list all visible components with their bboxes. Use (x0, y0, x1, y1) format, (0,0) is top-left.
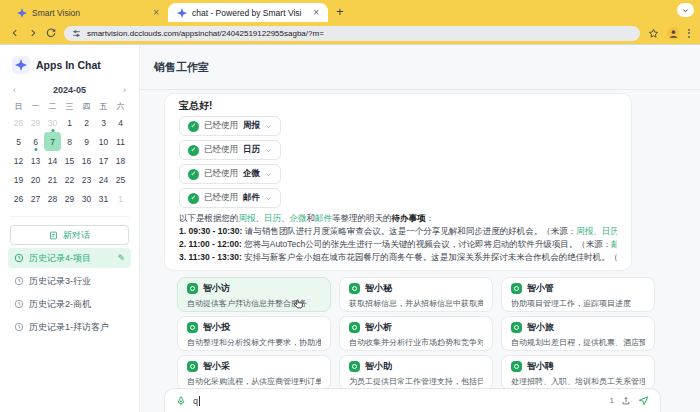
new-chat-label: 新对话 (63, 229, 90, 242)
calendar-day-cell[interactable]: 9 (78, 132, 95, 151)
tab-close-icon[interactable]: × (313, 8, 319, 18)
calendar-day-cell[interactable]: 1 (61, 113, 78, 132)
clock-icon (14, 299, 24, 309)
agent-card[interactable]: 智小析自动收集并分析行业市场趋势和竞争对手信息 (339, 316, 493, 351)
agent-card[interactable]: 智小投自动整理和分析投标文件要求，协助准备投标… (177, 316, 331, 351)
tool-used-pill[interactable]: ✓已经使用邮件 (179, 188, 281, 208)
calendar-day-cell[interactable]: 25 (112, 170, 129, 189)
calendar-day-cell[interactable]: 28 (44, 189, 61, 208)
calendar-day-cell[interactable]: 19 (10, 170, 27, 189)
history-item[interactable]: 历史记录2-商机 (8, 294, 131, 314)
agent-card[interactable]: 智小旅自动规划出差日程，提供机票、酒店预订 (501, 316, 655, 351)
calendar-day-cell[interactable]: 17 (95, 151, 112, 170)
calendar-day-cell[interactable]: 7 (44, 132, 61, 151)
address-bar[interactable]: smartvision.dcclouds.com/appsinchat/2404… (64, 26, 640, 41)
calendar-day-cell[interactable]: 15 (61, 151, 78, 170)
microphone-icon[interactable] (176, 396, 186, 406)
upload-icon[interactable] (621, 396, 631, 406)
agent-badge-icon (349, 283, 360, 294)
history-item[interactable]: 历史记录1-拜访客户 (8, 317, 131, 337)
tab-close-icon[interactable]: × (153, 8, 159, 18)
calendar-day-cell[interactable]: 11 (112, 132, 129, 151)
pill-tool-name: 邮件 (243, 192, 260, 204)
forward-icon[interactable] (28, 28, 38, 38)
profile-avatar[interactable] (667, 27, 680, 40)
agent-name: 智小采 (203, 360, 230, 373)
history-item[interactable]: 历史记录3-行业 (8, 271, 131, 291)
calendar-day-cell[interactable]: 23 (78, 170, 95, 189)
calendar-day-cell[interactable]: 29 (27, 113, 44, 132)
back-icon[interactable] (10, 28, 20, 38)
url-text: smartvision.dcclouds.com/appsinchat/2404… (87, 29, 324, 38)
check-circle-icon: ✓ (188, 145, 199, 156)
calendar-day-cell[interactable]: 20 (27, 170, 44, 189)
calendar-day-headers: 日一二三四五六 (10, 99, 129, 113)
calendar-day-cell[interactable]: 8 (61, 132, 78, 151)
agent-badge-icon (349, 361, 360, 372)
calendar-day-cell[interactable]: 28 (10, 113, 27, 132)
star-bookmark-icon[interactable] (648, 28, 659, 39)
chevron-down-icon (265, 171, 272, 178)
browser-tab-chat[interactable]: chat - Powered by Smart Visi × (168, 3, 328, 22)
new-chat-button[interactable]: 新对话 (10, 225, 129, 245)
agent-name: 智小析 (365, 321, 392, 334)
agent-name: 智小秘 (365, 282, 392, 295)
calendar-day-cell[interactable]: 18 (112, 151, 129, 170)
calendar-day-cell[interactable]: 13 (27, 151, 44, 170)
calendar-day-header: 四 (78, 99, 95, 113)
pencil-icon[interactable]: ✎ (117, 254, 125, 263)
tool-used-pill[interactable]: ✓已经使用周报 (179, 116, 281, 136)
agent-card[interactable]: 智小采自动化采购流程，从供应商管理到订单处理 (177, 355, 331, 390)
agent-card[interactable]: 智小助为员工提供日常工作管理支持，包括日程安排 (339, 355, 493, 390)
reload-icon[interactable] (46, 28, 56, 38)
app-title: Apps In Chat (36, 59, 101, 71)
todo-item: 1. 09:30 - 10:30: 请与销售团队进行月度策略审查会议。这是一个分… (179, 225, 617, 238)
calendar-day-header: 六 (112, 99, 129, 113)
calendar-day-cell[interactable]: 3 (95, 113, 112, 132)
calendar-day-cell[interactable]: 10 (95, 132, 112, 151)
message-input[interactable]: q (193, 396, 603, 406)
agent-card[interactable]: 智小秘获取招标信息，并从招标信息中获取商机 (339, 277, 493, 312)
calendar-day-cell[interactable]: 5 (10, 132, 27, 151)
calendar-day-cell[interactable]: 27 (27, 189, 44, 208)
agent-badge-icon (349, 322, 360, 333)
calendar-day-cell[interactable]: 30 (44, 113, 61, 132)
calendar-day-cell[interactable]: 24 (95, 170, 112, 189)
agent-badge-icon (511, 322, 522, 333)
check-circle-icon: ✓ (188, 169, 199, 180)
tool-used-pill[interactable]: ✓已经使用企微 (179, 164, 281, 184)
calendar-next-icon[interactable]: › (123, 85, 126, 95)
calendar-day-cell[interactable]: 14 (44, 151, 61, 170)
calendar-day-cell[interactable]: 31 (95, 189, 112, 208)
calendar-day-cell[interactable]: 26 (10, 189, 27, 208)
history-item[interactable]: 历史记录4-项目✎ (8, 248, 131, 268)
tab-strip-chevron-icon[interactable] (677, 3, 694, 17)
clock-icon (14, 276, 24, 286)
kebab-menu-icon[interactable] (688, 29, 690, 38)
browser-tab-smart-vision[interactable]: Smart Vision × (8, 3, 168, 22)
calendar-day-cell[interactable]: 2 (78, 113, 95, 132)
agent-description: 协助项目管理工作，追踪项目进度 (511, 298, 645, 309)
site-info-icon[interactable] (72, 29, 81, 38)
calendar-day-cell[interactable]: 4 (112, 113, 129, 132)
agent-badge-icon (511, 361, 522, 372)
calendar-day-cell[interactable]: 22 (61, 170, 78, 189)
new-tab-icon[interactable]: + (336, 4, 344, 22)
app-window: Apps In Chat ‹ 2024-05 › 日一二三四五六 2829301… (0, 44, 700, 412)
calendar-day-cell[interactable]: 21 (44, 170, 61, 189)
calendar-day-cell[interactable]: 29 (61, 189, 78, 208)
agent-card[interactable]: 智小访自动提供客户拜访信息并整合服务 (177, 277, 331, 312)
agent-card[interactable]: 智小管协助项目管理工作，追踪项目进度 (501, 277, 655, 312)
agent-card-header: 智小投 (187, 321, 321, 334)
tool-used-pill[interactable]: ✓已经使用日历 (179, 140, 281, 160)
calendar-day-cell[interactable]: 1 (112, 189, 129, 208)
pill-prefix-label: 已经使用 (204, 120, 238, 132)
calendar-prev-icon[interactable]: ‹ (13, 85, 16, 95)
calendar-day-cell[interactable]: 6 (27, 132, 44, 151)
calendar-day-cell[interactable]: 16 (78, 151, 95, 170)
send-icon[interactable] (638, 395, 649, 406)
chevron-down-icon (265, 195, 272, 202)
calendar-day-cell[interactable]: 12 (10, 151, 27, 170)
calendar-day-cell[interactable]: 30 (78, 189, 95, 208)
agent-card[interactable]: 智小聘处理招聘、入职、培训和员工关系管理任务 (501, 355, 655, 390)
